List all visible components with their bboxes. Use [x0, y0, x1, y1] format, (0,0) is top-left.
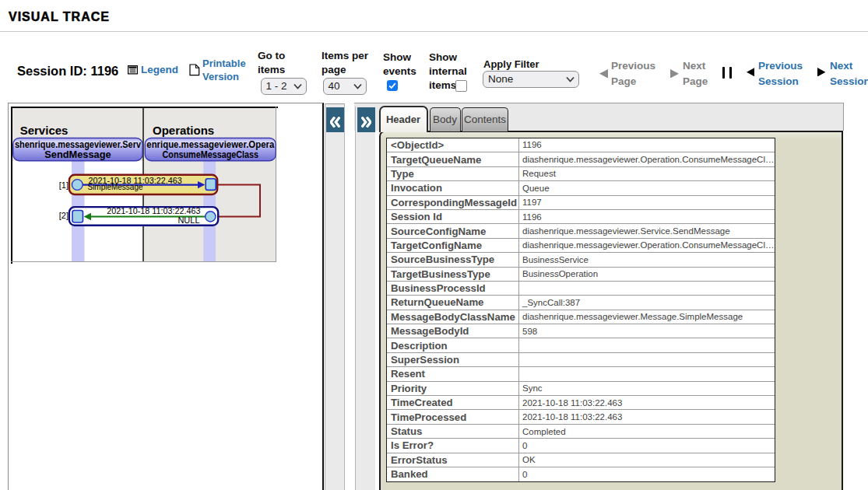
svg-text:[1]: [1] [59, 180, 69, 190]
svg-text:ConsumeMessageClass: ConsumeMessageClass [163, 149, 259, 160]
svg-text:Operations: Operations [153, 124, 214, 137]
svg-text:SendMessage: SendMessage [44, 149, 111, 160]
svg-text:2021-10-18 11:03:22.463: 2021-10-18 11:03:22.463 [107, 206, 200, 215]
svg-text:[2]: [2] [59, 211, 69, 220]
svg-text:NULL: NULL [177, 215, 199, 225]
svg-text:SimpleMessage: SimpleMessage [88, 182, 143, 191]
svg-text:Services: Services [20, 124, 69, 137]
